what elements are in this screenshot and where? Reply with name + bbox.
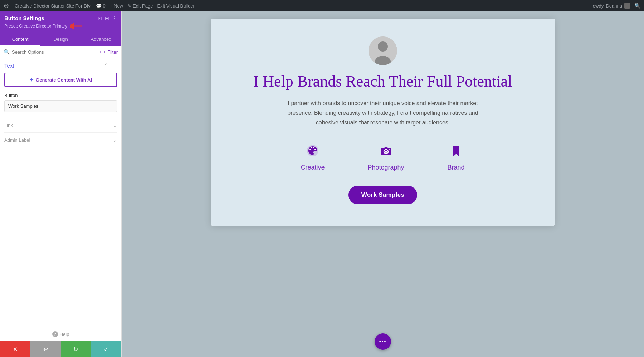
fab-icon: ••• [379,339,387,344]
left-panel: Button Settings ⊡ ⊞ ⋮ Preset: Creative D… [0,11,122,357]
section-controls: ⌃ ⋮ [104,62,117,69]
creative-label: Creative [301,164,325,171]
svg-point-12 [385,151,387,153]
collapse-button[interactable]: ⌃ [104,62,108,69]
columns-icon[interactable]: ⊞ [105,15,109,21]
button-text-input[interactable] [4,100,117,112]
help-link[interactable]: ? Help [4,331,117,337]
panel-header: Button Settings ⊡ ⊞ ⋮ Preset: Creative D… [0,11,121,33]
canvas-area: I Help Brands Reach Their Full Potential… [122,11,644,357]
search-bar: 🔍 + + Filter [0,46,121,58]
filter-plus-icon: + [99,49,102,55]
search-icon-panel: 🔍 [4,49,10,55]
redo-button[interactable]: ↻ [61,341,91,357]
help-label: Help [60,332,69,337]
admin-label-section: Admin Label ⌄ [4,132,117,147]
ai-sparkle-icon: ✦ [29,77,34,83]
comment-icon: 💬 [96,3,102,9]
howdy-text: Howdy, Deanna [589,3,622,9]
filter-button[interactable]: + + Filter [99,49,118,55]
redo-icon: ↻ [73,346,78,353]
preview-card: I Help Brands Reach Their Full Potential… [211,19,555,226]
bottom-action-bar: ✕ ↩ ↻ ✓ [0,341,121,357]
svg-point-8 [313,147,314,148]
brand-label: Brand [448,164,465,171]
site-name[interactable]: Creative Director Starter Site For Divi [15,3,92,9]
admin-chevron-icon: ⌄ [113,137,117,143]
panel-title: Button Settings [4,15,44,21]
tab-content[interactable]: Content [0,33,40,46]
undo-button[interactable]: ↩ [30,341,61,357]
admin-label-section-header[interactable]: Admin Label ⌄ [4,137,117,143]
svg-point-9 [314,149,316,150]
svg-rect-13 [389,149,390,150]
red-arrow-icon [70,23,83,30]
undo-icon: ↩ [43,346,48,353]
link-section-header[interactable]: Link ⌄ [4,122,117,128]
search-icon[interactable]: 🔍 [634,3,640,9]
avatar-image [369,36,397,65]
save-button[interactable]: ✓ [91,341,121,357]
icon-item-creative: Creative [301,142,325,171]
tab-design[interactable]: Design [40,33,81,46]
preset-text: Preset: Creative Director Primary [4,24,67,29]
more-options-icon[interactable]: ⋮ [112,15,117,21]
floating-action-button[interactable]: ••• [375,333,391,350]
help-section: ? Help [0,327,121,341]
help-icon: ? [52,331,58,337]
search-options-input[interactable] [12,49,97,55]
howdy-section: Howdy, Deanna [589,3,630,9]
panel-tabs: Content Design Advanced [0,33,121,46]
wp-admin-bar: ⊛ Creative Director Starter Site For Div… [0,0,644,11]
link-chevron-icon: ⌄ [113,122,117,128]
creative-icon [304,142,322,160]
photography-label: Photography [367,164,404,171]
button-field-label: Button [4,93,117,98]
copy-icon[interactable]: ⊡ [98,15,102,21]
user-avatar [624,3,630,9]
cta-button[interactable]: Work Samples [348,186,417,204]
panel-content: Text ⌃ ⋮ ✦ Generate Content With AI Butt… [0,58,121,327]
main-layout: Button Settings ⊡ ⊞ ⋮ Preset: Creative D… [0,11,644,357]
link-section-title: Link [4,123,13,128]
link-section: Link ⌄ [4,118,117,132]
hero-title: I Help Brands Reach Their Full Potential [254,72,512,91]
admin-label-title: Admin Label [4,137,30,143]
pencil-icon: ✎ [127,3,131,9]
text-section-header: Text ⌃ ⋮ [4,62,117,69]
icon-row: Creative Phot [301,142,465,171]
close-button[interactable]: ✕ [0,341,30,357]
ai-generate-button[interactable]: ✦ Generate Content With AI [4,73,117,87]
edit-page-link[interactable]: ✎ Edit Page [127,3,153,9]
ai-generate-label: Generate Content With AI [36,77,92,83]
new-button[interactable]: + New [110,3,123,9]
text-section-title: Text [4,63,14,69]
svg-point-7 [311,147,312,148]
icon-item-photography: Photography [367,142,404,171]
tab-advanced[interactable]: Advanced [81,33,121,46]
section-more-button[interactable]: ⋮ [111,62,117,69]
svg-point-6 [309,149,311,150]
icon-item-brand: Brand [447,142,465,171]
photography-icon [377,142,395,160]
svg-point-3 [378,41,388,52]
avatar [369,36,397,65]
hero-subtitle: I partner with brands to uncover their u… [275,98,490,128]
panel-header-icons: ⊡ ⊞ ⋮ [98,15,117,21]
brand-icon [447,142,465,160]
exit-builder-link[interactable]: Exit Visual Builder [157,3,195,9]
close-icon: ✕ [13,346,18,353]
save-icon: ✓ [104,346,108,353]
preset-label[interactable]: Preset: Creative Director Primary [4,23,117,30]
wp-logo-icon[interactable]: ⊛ [4,2,9,10]
hero-section: I Help Brands Reach Their Full Potential… [211,19,555,226]
comment-count[interactable]: 💬 0 [96,3,106,9]
